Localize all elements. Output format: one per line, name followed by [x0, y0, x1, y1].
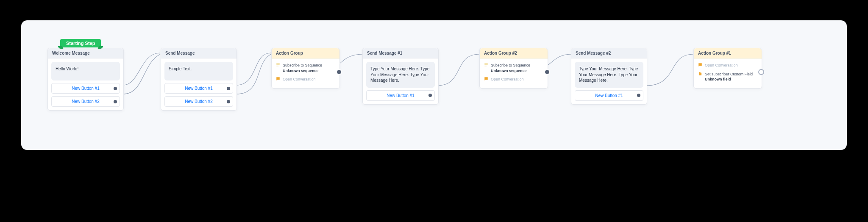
connector-port[interactable] [227, 100, 230, 103]
conversation-icon [276, 77, 280, 81]
message-bubble: Hello World! [51, 62, 120, 80]
node-body: Simple Text. New Button #1 New Button #2 [161, 58, 236, 110]
action-subscribe-sequence[interactable]: Subscribe to Sequence Unknown sequence [276, 61, 335, 75]
button-label: New Button #1 [72, 86, 100, 91]
action-label: Subscribe to Sequence [283, 63, 322, 67]
action-label: Open Conversation [491, 77, 524, 81]
action-label: Subscribe to Sequence [491, 63, 530, 67]
conversation-icon [698, 63, 702, 67]
action-set-custom-field[interactable]: Set subscriber Custom Field Unknown fiel… [698, 70, 757, 84]
canvas-root: { "starting_step_label":"Starting Step",… [0, 0, 868, 222]
connector-port[interactable] [544, 69, 550, 75]
node-body: Hello World! New Button #1 New Button #2 [48, 58, 123, 110]
action-sublabel: Unknown sequence [491, 68, 543, 74]
button-label: New Button #1 [595, 93, 623, 98]
node-title: Send Message [161, 48, 236, 58]
action-list: Subscribe to Sequence Unknown sequence O… [480, 58, 548, 88]
node-title: Action Group #2 [480, 48, 548, 58]
node-title: Action Group [272, 48, 339, 58]
node-title: Action Group #1 [694, 48, 762, 58]
action-sublabel: Unknown field [705, 77, 757, 82]
action-sublabel: Unknown sequence [283, 68, 335, 74]
connector-port[interactable] [227, 87, 230, 90]
action-label: Set subscriber Custom Field [705, 72, 753, 76]
action-list: Open Conversation Set subscriber Custom … [694, 58, 762, 88]
starting-step-tag: Starting Step [60, 39, 101, 47]
message-bubble: Type Your Message Here. Type Your Messag… [575, 62, 643, 88]
message-bubble: Type Your Message Here. Type Your Messag… [366, 62, 435, 88]
action-label: Open Conversation [283, 77, 316, 81]
quick-reply-button[interactable]: New Button #2 [51, 96, 120, 107]
button-label: New Button #1 [387, 93, 415, 98]
node-body: Type Your Message Here. Type Your Messag… [571, 58, 647, 104]
node-send-message-1[interactable]: Send Message #1 Type Your Message Here. … [362, 48, 439, 105]
node-title: Send Message #2 [571, 48, 647, 58]
action-open-conversation[interactable]: Open Conversation [698, 61, 757, 70]
button-label: New Button #2 [185, 99, 213, 104]
node-action-group-1[interactable]: Action Group #1 Open Conversation Set su… [693, 48, 762, 89]
action-open-conversation[interactable]: Open Conversation [276, 75, 335, 84]
connector-port[interactable] [428, 94, 432, 97]
action-list: Subscribe to Sequence Unknown sequence O… [272, 58, 339, 88]
node-body: Type Your Message Here. Type Your Messag… [363, 58, 438, 104]
button-label: New Button #2 [72, 99, 100, 104]
node-action-group[interactable]: Action Group Subscribe to Sequence Unkno… [271, 48, 340, 89]
quick-reply-button[interactable]: New Button #1 [164, 83, 233, 94]
action-open-conversation[interactable]: Open Conversation [484, 75, 543, 84]
quick-reply-button[interactable]: New Button #1 [51, 83, 120, 94]
sequence-icon [484, 63, 488, 67]
node-title: Send Message #1 [363, 48, 438, 58]
action-label: Open Conversation [705, 63, 738, 67]
button-label: New Button #1 [185, 86, 213, 91]
quick-reply-button[interactable]: New Button #2 [164, 96, 233, 107]
message-bubble: Simple Text. [164, 62, 233, 80]
connector-port[interactable] [336, 69, 342, 75]
custom-field-icon [698, 72, 702, 76]
node-send-message[interactable]: Send Message Simple Text. New Button #1 … [161, 48, 237, 111]
connector-port-empty[interactable] [758, 69, 764, 75]
quick-reply-button[interactable]: New Button #1 [575, 90, 643, 101]
action-subscribe-sequence[interactable]: Subscribe to Sequence Unknown sequence [484, 61, 543, 75]
node-action-group-2[interactable]: Action Group #2 Subscribe to Sequence Un… [479, 48, 548, 89]
sequence-icon [276, 63, 280, 67]
node-welcome-message[interactable]: Welcome Message Hello World! New Button … [47, 48, 124, 111]
connector-port[interactable] [637, 94, 640, 97]
quick-reply-button[interactable]: New Button #1 [366, 90, 435, 101]
connector-port[interactable] [114, 100, 117, 103]
node-send-message-2[interactable]: Send Message #2 Type Your Message Here. … [571, 48, 647, 105]
connector-port[interactable] [114, 87, 117, 90]
conversation-icon [484, 77, 488, 81]
node-title: Welcome Message [48, 48, 123, 58]
